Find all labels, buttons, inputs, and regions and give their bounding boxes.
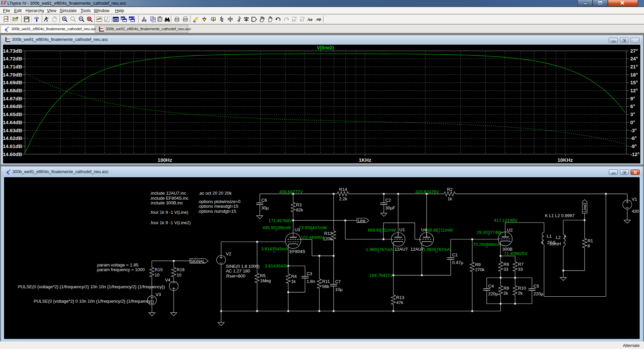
svg-text:V3: V3 (155, 292, 161, 297)
svg-text:.include EF804S.inc: .include EF804S.inc (150, 196, 189, 201)
svg-text:430: 430 (632, 209, 639, 214)
svg-text:C5: C5 (533, 284, 539, 289)
svg-text:R12: R12 (324, 231, 332, 236)
svg-text:R16: R16 (176, 267, 184, 272)
svg-text:A: A (212, 17, 215, 21)
svg-text:14.70dB: 14.70dB (3, 72, 22, 78)
svg-text:2k: 2k (503, 291, 508, 296)
svg-text:47k: 47k (396, 300, 403, 305)
svg-text:AC 1.27 180: AC 1.27 180 (226, 268, 250, 273)
svg-text:15°: 15° (630, 80, 638, 85)
svg-text:R13: R13 (396, 295, 404, 300)
svg-text:K L1 L2 0.9997: K L1 L2 0.9997 (545, 213, 574, 218)
svg-text:.param voltage = 1.85: .param voltage = 1.85 (96, 262, 138, 267)
svg-text:V4: V4 (165, 278, 170, 283)
svg-text:9°: 9° (630, 96, 635, 101)
svg-text:82k: 82k (296, 207, 303, 212)
svg-text:14.61dB: 14.61dB (3, 143, 22, 149)
svg-text:14.63dB: 14.63dB (3, 128, 22, 133)
svg-text:420.62476V: 420.62476V (415, 189, 439, 194)
svg-text:1Meg: 1Meg (260, 278, 271, 283)
svg-text:171.45768V: 171.45768V (268, 218, 292, 223)
svg-text:R5: R5 (260, 273, 266, 278)
svg-text:14.72dB: 14.72dB (3, 56, 22, 61)
svg-text:1k: 1k (291, 279, 296, 284)
svg-text:C4: C4 (488, 284, 494, 289)
svg-text:SIGNAL: SIGNAL (190, 259, 205, 264)
svg-text:14.67dB: 14.67dB (3, 96, 22, 101)
svg-text:C7: C7 (335, 279, 341, 284)
svg-text:R2: R2 (447, 187, 452, 192)
svg-text:R15: R15 (155, 267, 163, 272)
svg-text:220µ: 220µ (533, 291, 543, 296)
svg-text:.include 12AU7.inc: .include 12AU7.inc (150, 191, 186, 196)
svg-text:2.2k: 2.2k (339, 196, 347, 201)
svg-text:.op: .op (316, 17, 321, 21)
svg-text:R1: R1 (587, 238, 593, 243)
svg-text:35mH: 35mH (549, 241, 561, 246)
svg-text:Line: Line (358, 218, 365, 223)
svg-text:R9: R9 (475, 262, 481, 267)
svg-text:220µ: 220µ (488, 291, 498, 296)
svg-text:10: 10 (176, 272, 181, 278)
svg-text:.include 300B.inc: .include 300B.inc (150, 200, 183, 205)
svg-text:V2: V2 (226, 251, 231, 256)
svg-text:270k: 270k (475, 267, 485, 272)
svg-text:E3: E3 (300, 19, 304, 22)
svg-text:C6: C6 (261, 198, 267, 203)
svg-text:1.9655767mA: 1.9655767mA (423, 247, 450, 252)
svg-text:21°: 21° (630, 64, 638, 69)
svg-text:14.69dB: 14.69dB (3, 80, 22, 85)
svg-text:2k: 2k (518, 291, 523, 296)
svg-text:.options plotwinsize=0: .options plotwinsize=0 (198, 199, 240, 204)
svg-text:18°: 18° (630, 72, 638, 78)
svg-text:U2: U2 (507, 228, 513, 233)
svg-text:PULSE(0 {voltage*2} 0 10n 10n: PULSE(0 {voltage*2} 0 10n 10n {1/frequen… (34, 299, 154, 304)
svg-text:Aa: Aa (307, 17, 313, 22)
svg-text:Rser=600: Rser=600 (226, 273, 245, 279)
svg-text:V1: V1 (632, 197, 637, 202)
svg-text:14.62dB: 14.62dB (3, 135, 22, 141)
svg-text:3.6143543mA: 3.6143543mA (261, 246, 288, 251)
svg-text:56k: 56k (322, 284, 329, 289)
svg-text:14.60dB: 14.60dB (3, 151, 22, 157)
svg-text:10KHz: 10KHz (557, 157, 573, 163)
svg-text:-3°: -3° (630, 128, 637, 133)
svg-text:10µ: 10µ (335, 287, 342, 292)
svg-text:C3: C3 (306, 271, 312, 276)
svg-text:33: 33 (518, 267, 523, 272)
svg-text:L1: L1 (547, 234, 551, 239)
svg-text:Line2: Line2 (583, 203, 587, 212)
svg-text:.four 1k 9 -1 V(Line): .four 1k 9 -1 V(Line) (150, 210, 188, 215)
svg-text:3°: 3° (630, 111, 635, 117)
svg-text:-9°: -9° (630, 143, 637, 149)
svg-text:C2: C2 (385, 198, 391, 203)
svg-text:R6: R6 (503, 262, 509, 267)
svg-text:184.76421V: 184.76421V (369, 273, 393, 278)
svg-text:R4: R4 (291, 274, 297, 279)
svg-text:12AU7: 12AU7 (394, 247, 408, 252)
svg-text:.param frequency = 1000: .param frequency = 1000 (96, 267, 145, 272)
svg-text:14.68dB: 14.68dB (3, 88, 22, 93)
svg-text:EF804S: EF804S (289, 249, 305, 254)
svg-text:14.65dB: 14.65dB (3, 111, 22, 117)
svg-text:1k: 1k (447, 196, 452, 201)
svg-text:1.9655767mA: 1.9655767mA (366, 247, 393, 252)
svg-text:3.6143543V: 3.6143543V (265, 263, 288, 268)
svg-text:100Hz: 100Hz (158, 157, 172, 163)
svg-text:C1: C1 (452, 252, 458, 257)
svg-text:.four 1k 9 -1 V(Line2): .four 1k 9 -1 V(Line2) (150, 220, 191, 225)
svg-text:-6°: -6° (630, 135, 637, 141)
svg-text:33: 33 (503, 267, 508, 272)
svg-text:408.64777V: 408.64777V (279, 189, 303, 194)
svg-text:Em: Em (292, 19, 296, 22)
svg-text:L2: L2 (556, 235, 560, 240)
svg-text:14.66dB: 14.66dB (3, 103, 22, 109)
svg-text:R11: R11 (322, 279, 330, 284)
svg-text:24°: 24° (630, 56, 638, 61)
svg-text:70.250688mA: 70.250688mA (473, 242, 500, 247)
svg-text:73.958407mW: 73.958407mW (299, 225, 327, 230)
svg-text:14.73dB: 14.73dB (3, 48, 22, 54)
svg-text:30µF: 30µF (385, 205, 395, 210)
svg-text:417.13148V: 417.13148V (494, 218, 517, 223)
